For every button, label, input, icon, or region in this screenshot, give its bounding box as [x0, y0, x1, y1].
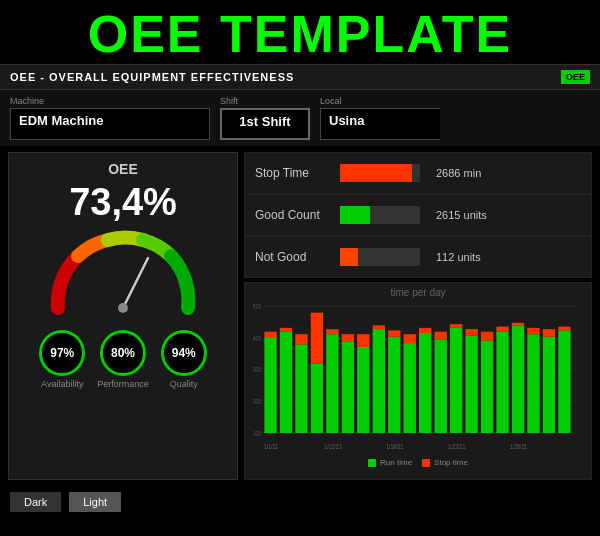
svg-rect-31: [419, 328, 431, 333]
svg-rect-12: [295, 344, 307, 433]
availability-circle: 97%: [39, 330, 85, 376]
svg-rect-20: [342, 334, 354, 342]
svg-rect-32: [435, 339, 447, 433]
local-label: Local: [320, 96, 440, 106]
legend-dot: [422, 459, 430, 467]
metric-row-1: Good Count 2615 units: [244, 194, 592, 236]
svg-rect-51: [558, 327, 570, 331]
svg-point-1: [118, 303, 128, 313]
svg-rect-25: [388, 337, 400, 433]
metric-value-2: 112 units: [436, 251, 481, 263]
svg-text:300: 300: [253, 367, 261, 374]
svg-rect-22: [357, 334, 369, 347]
metric-bar-container-2: [340, 248, 420, 266]
shift-label: Shift: [220, 96, 310, 106]
svg-rect-49: [543, 329, 555, 337]
metric-row-0: Stop Time 2686 min: [244, 152, 592, 194]
svg-rect-14: [311, 363, 323, 433]
svg-text:1/1/21: 1/1/21: [264, 444, 278, 451]
svg-rect-11: [280, 328, 292, 332]
metric-value-0: 2686 min: [436, 167, 481, 179]
svg-rect-40: [481, 332, 493, 341]
svg-rect-30: [419, 333, 431, 433]
machine-label: Machine: [10, 96, 210, 106]
svg-rect-50: [558, 330, 570, 433]
oee-panel-title: OEE: [108, 161, 138, 177]
svg-rect-15: [311, 313, 323, 364]
svg-rect-44: [512, 323, 524, 326]
svg-rect-13: [295, 334, 307, 344]
svg-rect-46: [527, 334, 539, 433]
oee-panel: OEE 73,4%: [8, 152, 238, 480]
light-button[interactable]: Light: [69, 492, 121, 512]
chart-legend: Run timeStop time: [253, 458, 583, 467]
metric-bar-2: [340, 248, 358, 266]
local-value: Usina: [320, 108, 440, 140]
gauge-svg: [43, 228, 203, 318]
chart-title: time per day: [253, 287, 583, 298]
shift-value: 1st Shift: [220, 108, 310, 140]
metric-name-2: Not Good: [255, 250, 330, 264]
svg-rect-39: [481, 341, 493, 433]
svg-rect-16: [326, 334, 338, 433]
footer: Dark Light: [0, 486, 600, 518]
app-title: OEE TEMPLATE: [0, 8, 600, 60]
svg-rect-35: [450, 324, 462, 328]
svg-text:200: 200: [253, 398, 261, 405]
oee-percentage: 73,4%: [69, 181, 177, 224]
gauge-container: [43, 228, 203, 318]
header: OEE TEMPLATE: [0, 0, 600, 64]
legend-item: Stop time: [422, 458, 468, 467]
svg-text:1/12/21: 1/12/21: [324, 444, 341, 451]
legend-item: Run time: [368, 458, 412, 467]
svg-rect-33: [435, 332, 447, 340]
performance-circle: 80%: [100, 330, 146, 376]
legend-label: Stop time: [434, 458, 468, 467]
machine-value: EDM Machine: [10, 108, 210, 140]
subtitle-label: OEE - OVERALL EQUIPMENT EFFECTIVENESS: [10, 71, 294, 83]
shift-group: Shift 1st Shift: [220, 96, 310, 140]
kpi-row: 97% Availability 80% Performance 94% Qua…: [39, 330, 207, 389]
metric-bar-container-0: [340, 164, 420, 182]
svg-rect-26: [388, 330, 400, 336]
metric-bar-container-1: [340, 206, 420, 224]
local-group: Local Usina: [320, 96, 440, 140]
svg-text:100: 100: [253, 430, 261, 437]
svg-rect-7: [264, 338, 276, 433]
legend-dot: [368, 459, 376, 467]
performance-label: Performance: [97, 379, 149, 389]
chart-panel: time per day 1/1/211/12/211/18/211/22/21…: [244, 282, 592, 480]
svg-rect-10: [280, 332, 292, 433]
oee-corner-badge: OEE: [561, 70, 590, 84]
svg-text:1/18/21: 1/18/21: [386, 444, 403, 451]
svg-rect-48: [543, 337, 555, 433]
svg-rect-17: [326, 329, 338, 334]
quality-kpi: 94% Quality: [161, 330, 207, 389]
svg-rect-24: [373, 325, 385, 329]
legend-label: Run time: [380, 458, 412, 467]
svg-rect-34: [450, 328, 462, 433]
svg-rect-37: [465, 335, 477, 433]
right-panel: Stop Time 2686 min Good Count 2615 units…: [244, 152, 592, 480]
metric-name-1: Good Count: [255, 208, 330, 222]
svg-rect-23: [373, 329, 385, 433]
svg-text:1/28/21: 1/28/21: [510, 444, 527, 451]
svg-rect-43: [512, 325, 524, 433]
svg-line-0: [123, 258, 148, 308]
metric-bar-0: [340, 164, 412, 182]
svg-text:1/22/21: 1/22/21: [448, 444, 465, 451]
svg-rect-28: [404, 343, 416, 433]
svg-text:400: 400: [253, 335, 261, 342]
metrics-container: Stop Time 2686 min Good Count 2615 units…: [244, 152, 592, 278]
svg-rect-41: [496, 332, 508, 433]
metric-name-0: Stop Time: [255, 166, 330, 180]
quality-label: Quality: [170, 379, 198, 389]
svg-rect-29: [404, 334, 416, 343]
metric-row-2: Not Good 112 units: [244, 236, 592, 278]
dark-button[interactable]: Dark: [10, 492, 61, 512]
availability-kpi: 97% Availability: [39, 330, 85, 389]
metric-bar-1: [340, 206, 370, 224]
chart-svg: 1/1/211/12/211/18/211/22/211/28/21500400…: [253, 300, 583, 452]
svg-rect-42: [496, 327, 508, 332]
svg-rect-47: [527, 328, 539, 334]
